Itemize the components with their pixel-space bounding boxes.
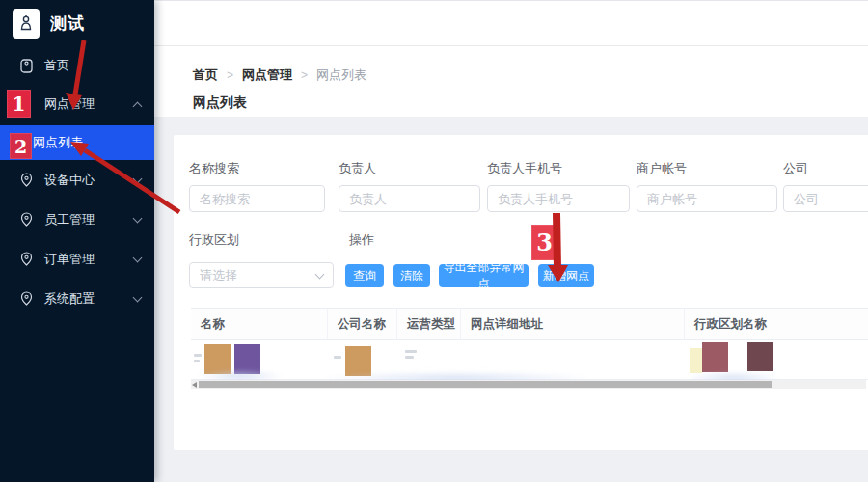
breadcrumb-separator: >: [227, 68, 233, 82]
chevron-down-icon: [133, 295, 141, 303]
redacted-text: [194, 360, 200, 362]
annotation-step-2-badge: 2: [10, 133, 32, 159]
region-select-placeholder: 请选择: [200, 267, 237, 284]
redacted-cell-block: [747, 342, 773, 371]
field-label-merchant-account: 商户帐号: [637, 160, 687, 177]
top-header-bar: [154, 0, 868, 46]
chevron-down-icon: [133, 255, 141, 263]
sidebar-item-label: 网点列表: [33, 134, 83, 151]
column-header-company: 公司名称: [328, 309, 397, 339]
export-abnormal-branches-button[interactable]: 导出全部异常网点: [439, 264, 529, 287]
manager-phone-input[interactable]: [487, 185, 630, 212]
redacted-text: [405, 350, 417, 353]
pin-icon: [19, 212, 34, 228]
sidebar-item-order-management[interactable]: 订单管理: [0, 239, 154, 279]
column-header-name: 名称: [191, 309, 328, 339]
app-title: 测试: [50, 13, 85, 35]
chevron-down-icon: [133, 176, 141, 184]
sidebar-item-label: 首页: [44, 57, 69, 74]
region-select[interactable]: 请选择: [189, 262, 334, 288]
sidebar-item-label: 员工管理: [44, 211, 95, 228]
sidebar-item-label: 系统配置: [44, 290, 95, 308]
redacted-cell-block: [345, 346, 371, 376]
annotation-step-3-badge: 3: [531, 225, 557, 260]
chevron-down-icon: [133, 216, 141, 224]
breadcrumb-home[interactable]: 首页: [193, 67, 218, 84]
redacted-text: [334, 356, 341, 359]
breadcrumb-branch-management[interactable]: 网点管理: [242, 67, 292, 84]
breadcrumb: 首页 > 网点管理 > 网点列表: [193, 67, 868, 84]
chevron-down-icon: [315, 272, 323, 280]
sidebar-item-label: 网点管理: [44, 95, 95, 113]
field-label-manager: 负责人: [339, 160, 376, 177]
logo-emblem-icon: [13, 9, 40, 39]
chevron-up-icon: [133, 100, 141, 108]
sidebar-item-home[interactable]: 首页: [0, 46, 154, 85]
ops-label: 操作: [349, 231, 374, 249]
pin-icon: [19, 173, 34, 188]
merchant-account-input[interactable]: [637, 185, 777, 212]
redacted-cell-highlight: [690, 348, 702, 373]
app-logo: 测试: [0, 0, 154, 46]
add-branch-button[interactable]: 新增网点: [538, 264, 594, 287]
redacted-text: [194, 354, 202, 357]
horizontal-scrollbar[interactable]: [191, 380, 866, 389]
redacted-cell-block: [702, 342, 728, 372]
breadcrumb-separator: >: [301, 68, 308, 82]
sidebar-item-label: 订单管理: [44, 251, 95, 268]
field-label-name-search: 名称搜索: [189, 160, 239, 177]
manager-input[interactable]: [339, 185, 480, 212]
company-input[interactable]: [783, 185, 868, 212]
pin-icon: [19, 252, 34, 267]
filter-and-table-card: 名称搜索 负责人 负责人手机号 商户帐号 公司 行政区划 操作 请选择 查询 清…: [174, 135, 868, 450]
sidebar-item-system-config[interactable]: 系统配置: [0, 279, 154, 318]
sidebar-menu: 首页 网点管理 网点列表 设备中心: [0, 46, 154, 318]
column-header-address: 网点详细地址: [461, 309, 685, 339]
sidebar-item-label: 设备中心: [44, 172, 95, 189]
branch-table: 名称 公司名称 运营类型 网点详细地址 行政区划名称: [191, 308, 868, 380]
scrollbar-thumb[interactable]: [199, 381, 772, 388]
page-title: 网点列表: [193, 94, 868, 112]
tag-icon: [19, 58, 34, 73]
field-label-company: 公司: [783, 160, 808, 177]
clear-button[interactable]: 清除: [393, 264, 430, 287]
breadcrumb-branch-list: 网点列表: [316, 67, 366, 84]
content-area: 名称搜索 负责人 负责人手机号 商户帐号 公司 行政区划 操作 请选择 查询 清…: [154, 117, 868, 482]
sidebar-item-employee-management[interactable]: 员工管理: [0, 200, 154, 239]
redacted-text: [405, 356, 414, 359]
sidebar: 测试 首页 网点管理 网点列表: [0, 0, 154, 482]
annotation-step-1-badge: 1: [7, 90, 31, 118]
scroll-left-arrow-icon[interactable]: [192, 382, 197, 388]
main-area: 首页 > 网点管理 > 网点列表 网点列表 名称搜索 负责人 负责人手机号 商户…: [154, 0, 868, 482]
column-header-region: 行政区划名称: [685, 309, 868, 339]
breadcrumb-band: 首页 > 网点管理 > 网点列表 网点列表: [154, 46, 868, 117]
table-header-row: 名称 公司名称 运营类型 网点详细地址 行政区划名称: [191, 308, 868, 340]
sidebar-item-device-center[interactable]: 设备中心: [0, 160, 154, 200]
pin-icon: [19, 291, 34, 307]
field-label-manager-phone: 负责人手机号: [487, 160, 562, 177]
column-header-operation-type: 运营类型: [397, 309, 461, 339]
name-search-input[interactable]: [189, 185, 325, 212]
query-button[interactable]: 查询: [345, 264, 384, 287]
table-row[interactable]: [191, 340, 868, 380]
field-label-region: 行政区划: [189, 231, 239, 249]
